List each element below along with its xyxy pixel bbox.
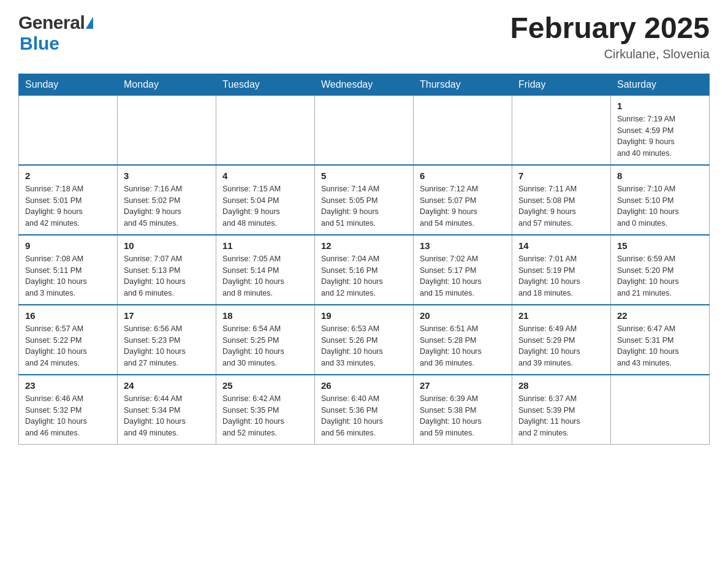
day-number: 5: [321, 170, 407, 181]
calendar-day: 6Sunrise: 7:12 AMSunset: 5:07 PMDaylight…: [414, 165, 512, 235]
logo-triangle-icon: [86, 17, 93, 29]
day-info: Sunrise: 7:08 AMSunset: 5:11 PMDaylight:…: [25, 253, 111, 299]
day-number: 25: [222, 380, 308, 391]
day-number: 14: [518, 240, 604, 251]
calendar-day: 5Sunrise: 7:14 AMSunset: 5:05 PMDaylight…: [315, 165, 414, 235]
calendar-day: 26Sunrise: 6:40 AMSunset: 5:36 PMDayligh…: [315, 375, 414, 445]
day-number: 18: [222, 310, 308, 321]
day-header-sunday: Sunday: [19, 74, 118, 95]
calendar-day: 25Sunrise: 6:42 AMSunset: 5:35 PMDayligh…: [216, 375, 315, 445]
day-number: 10: [124, 240, 210, 251]
day-number: 2: [25, 170, 111, 181]
day-info: Sunrise: 6:40 AMSunset: 5:36 PMDaylight:…: [321, 393, 407, 439]
calendar-week-2: 2Sunrise: 7:18 AMSunset: 5:01 PMDaylight…: [19, 165, 710, 235]
calendar-day: 14Sunrise: 7:01 AMSunset: 5:19 PMDayligh…: [512, 235, 611, 305]
day-number: 4: [222, 170, 308, 181]
day-info: Sunrise: 6:46 AMSunset: 5:32 PMDaylight:…: [25, 393, 111, 439]
day-number: 20: [420, 310, 506, 321]
header: General Blue February 2025 Cirkulane, Sl…: [18, 12, 710, 61]
day-info: Sunrise: 6:49 AMSunset: 5:29 PMDaylight:…: [518, 323, 604, 369]
day-number: 9: [25, 240, 111, 251]
calendar-day: [19, 95, 118, 165]
day-info: Sunrise: 7:19 AMSunset: 4:59 PMDaylight:…: [617, 113, 703, 159]
calendar-day: 28Sunrise: 6:37 AMSunset: 5:39 PMDayligh…: [512, 375, 611, 445]
day-info: Sunrise: 6:51 AMSunset: 5:28 PMDaylight:…: [420, 323, 506, 369]
day-info: Sunrise: 6:59 AMSunset: 5:20 PMDaylight:…: [617, 253, 703, 299]
day-info: Sunrise: 7:04 AMSunset: 5:16 PMDaylight:…: [321, 253, 407, 299]
calendar-day: 12Sunrise: 7:04 AMSunset: 5:16 PMDayligh…: [315, 235, 414, 305]
day-number: 23: [25, 380, 111, 391]
calendar-title: February 2025: [510, 12, 710, 45]
day-info: Sunrise: 7:18 AMSunset: 5:01 PMDaylight:…: [25, 183, 111, 229]
day-info: Sunrise: 6:47 AMSunset: 5:31 PMDaylight:…: [617, 323, 703, 369]
logo-general-text: General: [18, 12, 85, 33]
day-header-tuesday: Tuesday: [216, 74, 315, 95]
calendar-week-1: 1Sunrise: 7:19 AMSunset: 4:59 PMDaylight…: [19, 95, 710, 165]
calendar-day: [216, 95, 315, 165]
day-number: 7: [518, 170, 604, 181]
day-info: Sunrise: 7:12 AMSunset: 5:07 PMDaylight:…: [420, 183, 506, 229]
calendar-week-3: 9Sunrise: 7:08 AMSunset: 5:11 PMDaylight…: [19, 235, 710, 305]
day-info: Sunrise: 6:54 AMSunset: 5:25 PMDaylight:…: [222, 323, 308, 369]
day-number: 6: [420, 170, 506, 181]
day-info: Sunrise: 7:11 AMSunset: 5:08 PMDaylight:…: [518, 183, 604, 229]
calendar-day: 24Sunrise: 6:44 AMSunset: 5:34 PMDayligh…: [118, 375, 216, 445]
day-info: Sunrise: 6:53 AMSunset: 5:26 PMDaylight:…: [321, 323, 407, 369]
day-number: 22: [617, 310, 703, 321]
calendar-day: 10Sunrise: 7:07 AMSunset: 5:13 PMDayligh…: [118, 235, 216, 305]
day-info: Sunrise: 7:15 AMSunset: 5:04 PMDaylight:…: [222, 183, 308, 229]
day-number: 28: [518, 380, 604, 391]
day-info: Sunrise: 6:57 AMSunset: 5:22 PMDaylight:…: [25, 323, 111, 369]
day-info: Sunrise: 6:42 AMSunset: 5:35 PMDaylight:…: [222, 393, 308, 439]
calendar-day: 17Sunrise: 6:56 AMSunset: 5:23 PMDayligh…: [118, 305, 216, 375]
day-number: 21: [518, 310, 604, 321]
day-number: 15: [617, 240, 703, 251]
calendar-day: 15Sunrise: 6:59 AMSunset: 5:20 PMDayligh…: [611, 235, 710, 305]
calendar-subtitle: Cirkulane, Slovenia: [510, 47, 710, 61]
day-info: Sunrise: 6:39 AMSunset: 5:38 PMDaylight:…: [420, 393, 506, 439]
calendar-day: 1Sunrise: 7:19 AMSunset: 4:59 PMDaylight…: [611, 95, 710, 165]
calendar-week-4: 16Sunrise: 6:57 AMSunset: 5:22 PMDayligh…: [19, 305, 710, 375]
calendar-week-5: 23Sunrise: 6:46 AMSunset: 5:32 PMDayligh…: [19, 375, 710, 445]
day-info: Sunrise: 7:05 AMSunset: 5:14 PMDaylight:…: [222, 253, 308, 299]
day-info: Sunrise: 7:10 AMSunset: 5:10 PMDaylight:…: [617, 183, 703, 229]
day-info: Sunrise: 6:56 AMSunset: 5:23 PMDaylight:…: [124, 323, 210, 369]
day-number: 1: [617, 101, 703, 111]
calendar-day: 23Sunrise: 6:46 AMSunset: 5:32 PMDayligh…: [19, 375, 118, 445]
calendar-day: 18Sunrise: 6:54 AMSunset: 5:25 PMDayligh…: [216, 305, 315, 375]
day-number: 27: [420, 380, 506, 391]
day-info: Sunrise: 7:01 AMSunset: 5:19 PMDaylight:…: [518, 253, 604, 299]
day-number: 16: [25, 310, 111, 321]
calendar-day: 9Sunrise: 7:08 AMSunset: 5:11 PMDaylight…: [19, 235, 118, 305]
day-info: Sunrise: 7:07 AMSunset: 5:13 PMDaylight:…: [124, 253, 210, 299]
title-area: February 2025 Cirkulane, Slovenia: [510, 12, 710, 61]
day-info: Sunrise: 7:14 AMSunset: 5:05 PMDaylight:…: [321, 183, 407, 229]
calendar-day: 4Sunrise: 7:15 AMSunset: 5:04 PMDaylight…: [216, 165, 315, 235]
logo-blue-text: Blue: [20, 33, 59, 54]
day-number: 19: [321, 310, 407, 321]
day-header-friday: Friday: [512, 74, 611, 95]
calendar-day: 7Sunrise: 7:11 AMSunset: 5:08 PMDaylight…: [512, 165, 611, 235]
day-number: 13: [420, 240, 506, 251]
day-header-monday: Monday: [118, 74, 216, 95]
day-header-thursday: Thursday: [414, 74, 512, 95]
day-number: 26: [321, 380, 407, 391]
calendar-day: [315, 95, 414, 165]
calendar-day: 2Sunrise: 7:18 AMSunset: 5:01 PMDaylight…: [19, 165, 118, 235]
calendar-day: 22Sunrise: 6:47 AMSunset: 5:31 PMDayligh…: [611, 305, 710, 375]
calendar-day: 11Sunrise: 7:05 AMSunset: 5:14 PMDayligh…: [216, 235, 315, 305]
calendar-table: SundayMondayTuesdayWednesdayThursdayFrid…: [18, 74, 710, 445]
day-number: 11: [222, 240, 308, 251]
calendar-day: 8Sunrise: 7:10 AMSunset: 5:10 PMDaylight…: [611, 165, 710, 235]
day-number: 3: [124, 170, 210, 181]
day-info: Sunrise: 6:37 AMSunset: 5:39 PMDaylight:…: [518, 393, 604, 439]
calendar-day: 13Sunrise: 7:02 AMSunset: 5:17 PMDayligh…: [414, 235, 512, 305]
calendar-day: 20Sunrise: 6:51 AMSunset: 5:28 PMDayligh…: [414, 305, 512, 375]
calendar-day: [118, 95, 216, 165]
day-info: Sunrise: 6:44 AMSunset: 5:34 PMDaylight:…: [124, 393, 210, 439]
day-number: 17: [124, 310, 210, 321]
day-header-saturday: Saturday: [611, 74, 710, 95]
day-number: 12: [321, 240, 407, 251]
calendar-day: [512, 95, 611, 165]
calendar-day: [611, 375, 710, 445]
